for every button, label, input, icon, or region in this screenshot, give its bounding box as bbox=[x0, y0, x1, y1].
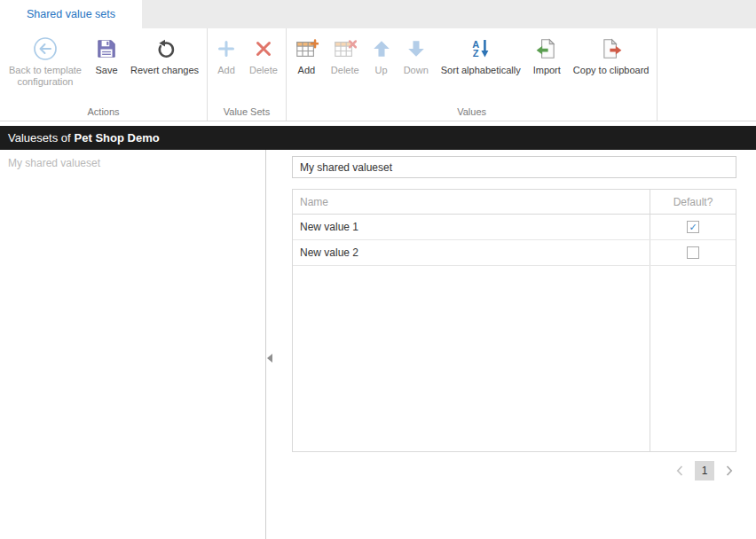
table-delete-icon bbox=[333, 35, 357, 63]
valueset-detail-panel: Name Default? New value 1 New value 2 bbox=[266, 150, 756, 539]
column-header-default: Default? bbox=[650, 190, 736, 214]
revert-icon bbox=[154, 35, 177, 63]
default-checkbox[interactable] bbox=[687, 221, 699, 233]
valueset-name-input[interactable] bbox=[292, 156, 736, 178]
previous-page-button[interactable] bbox=[673, 461, 687, 480]
ribbon-tabstrip: Shared value sets bbox=[0, 0, 756, 28]
button-label: Add bbox=[298, 65, 316, 76]
column-header-name: Name bbox=[293, 190, 650, 214]
valueset-list-item-label: My shared valueset bbox=[8, 157, 100, 169]
ribbon-group-label-value-sets: Value Sets bbox=[208, 105, 286, 121]
button-label: Import bbox=[533, 65, 561, 76]
save-button[interactable]: Save bbox=[89, 33, 124, 105]
next-page-button[interactable] bbox=[722, 461, 736, 480]
move-down-button[interactable]: Down bbox=[398, 33, 435, 105]
revert-changes-button[interactable]: Revert changes bbox=[124, 33, 205, 105]
save-icon bbox=[95, 35, 118, 63]
move-up-button[interactable]: Up bbox=[366, 33, 398, 105]
sort-letter-z: Z bbox=[472, 49, 479, 58]
app-window: Shared value sets Back to template confi… bbox=[0, 0, 756, 539]
button-label: Revert changes bbox=[130, 65, 199, 76]
import-button[interactable]: Import bbox=[527, 33, 567, 105]
button-label: Up bbox=[375, 65, 388, 76]
value-name-cell: New value 2 bbox=[293, 240, 650, 265]
sort-alphabetically-button[interactable]: A Z Sort alphabetically bbox=[435, 33, 527, 105]
button-label: Back to template configuration bbox=[8, 65, 83, 88]
button-label: Delete bbox=[331, 65, 359, 76]
button-label: Add bbox=[217, 65, 235, 76]
empty-name-column bbox=[293, 266, 650, 451]
delete-value-button[interactable]: Delete bbox=[325, 33, 366, 105]
values-table-header: Name Default? bbox=[293, 190, 736, 215]
default-cell bbox=[650, 240, 736, 265]
x-icon bbox=[253, 35, 274, 63]
panel-collapse-handle[interactable] bbox=[267, 350, 276, 366]
add-value-set-button[interactable]: Add bbox=[209, 33, 243, 105]
ribbon: Back to template configuration Sav bbox=[0, 28, 756, 121]
plus-icon bbox=[216, 35, 237, 63]
table-row[interactable]: New value 2 bbox=[293, 240, 736, 266]
arrow-down-icon bbox=[406, 35, 426, 63]
template-name: Pet Shop Demo bbox=[75, 131, 160, 145]
ribbon-group-values-buttons: Add Delete bbox=[287, 28, 658, 105]
button-label: Save bbox=[95, 65, 117, 76]
button-label: Sort alphabetically bbox=[441, 65, 521, 76]
ribbon-group-value-sets-buttons: Add Delete bbox=[208, 28, 286, 105]
button-label: Copy to clipboard bbox=[573, 65, 650, 76]
valueset-list-item[interactable]: My shared valueset bbox=[0, 150, 265, 176]
pagination: 1 bbox=[292, 461, 736, 480]
tab-shared-value-sets[interactable]: Shared value sets bbox=[0, 0, 142, 28]
table-add-icon bbox=[295, 35, 319, 63]
back-circle-icon bbox=[32, 35, 59, 63]
button-label: Delete bbox=[249, 65, 278, 76]
tab-label: Shared value sets bbox=[27, 8, 115, 20]
ribbon-group-label-actions: Actions bbox=[0, 105, 207, 121]
ribbon-group-values: Add Delete bbox=[287, 28, 658, 121]
copy-to-clipboard-button[interactable]: Copy to clipboard bbox=[567, 33, 656, 105]
chevron-left-icon bbox=[675, 465, 684, 477]
ribbon-group-label-values: Values bbox=[287, 105, 658, 121]
delete-value-set-button[interactable]: Delete bbox=[243, 33, 284, 105]
valueset-list-panel: My shared valueset bbox=[0, 150, 266, 539]
default-checkbox[interactable] bbox=[687, 246, 699, 259]
default-cell bbox=[650, 215, 736, 239]
content-area: My shared valueset Name Default? New val… bbox=[0, 150, 756, 539]
page-number-button[interactable]: 1 bbox=[695, 461, 714, 480]
value-name-cell: New value 1 bbox=[293, 215, 650, 239]
collapse-left-icon bbox=[267, 354, 272, 363]
ribbon-group-value-sets: Add Delete Value Sets bbox=[208, 28, 287, 121]
ribbon-group-actions-buttons: Back to template configuration Sav bbox=[0, 28, 207, 105]
title-prefix: Valuesets of bbox=[8, 131, 71, 145]
copy-to-clipboard-icon bbox=[600, 35, 623, 63]
table-empty-area bbox=[293, 266, 736, 451]
arrow-up-icon bbox=[372, 35, 391, 63]
table-row[interactable]: New value 1 bbox=[293, 215, 736, 240]
chevron-right-icon bbox=[725, 465, 734, 477]
add-value-button[interactable]: Add bbox=[288, 33, 325, 105]
import-icon bbox=[535, 35, 558, 63]
valuesets-title-bar: Valuesets of Pet Shop Demo bbox=[0, 126, 756, 150]
empty-default-column bbox=[650, 266, 736, 451]
ribbon-group-actions: Back to template configuration Sav bbox=[0, 28, 208, 121]
sort-az-icon: A Z bbox=[472, 35, 489, 63]
button-label: Down bbox=[404, 65, 429, 76]
values-table: Name Default? New value 1 New value 2 bbox=[292, 189, 736, 452]
back-to-template-configuration-button[interactable]: Back to template configuration bbox=[2, 33, 89, 105]
